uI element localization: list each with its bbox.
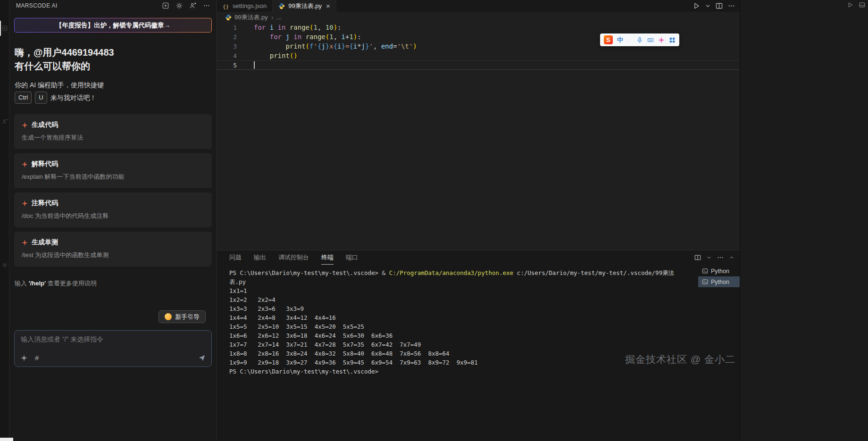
prompt-card[interactable]: 生成代码生成一个冒泡排序算法: [14, 114, 212, 149]
keyboard-icon[interactable]: [647, 37, 654, 43]
settings-icon[interactable]: [176, 2, 183, 9]
context-hash-button[interactable]: #: [35, 354, 39, 362]
greeting-line2: 有什么可以帮你的: [15, 59, 212, 73]
sparkle-icon: [22, 161, 28, 167]
breadcrumb-more[interactable]: ...: [276, 14, 282, 21]
onboarding-label: 新手引导: [175, 313, 200, 321]
maximize-panel-icon[interactable]: [729, 255, 734, 260]
greeting-line1: 嗨，@用户4469194483: [15, 46, 212, 59]
line-number: 4: [217, 52, 244, 59]
card-title: 生成代码: [22, 121, 204, 129]
active-view-indicator: [0, 21, 1, 36]
run-dropdown-icon[interactable]: [705, 3, 710, 8]
card-desc: /doc 为当前选中的代码生成注释: [22, 212, 204, 220]
sidebar-header-icons: [162, 2, 210, 9]
terminal-profile-dropdown-icon[interactable]: [707, 255, 711, 260]
send-button[interactable]: [199, 355, 205, 361]
split-editor-icon[interactable]: [716, 2, 723, 9]
code-text: for j in range(1, i+1):: [244, 33, 361, 41]
manage-icon[interactable]: [2, 262, 8, 268]
message-composer: #: [14, 330, 212, 367]
agent-sparkle-icon: [21, 355, 27, 361]
card-title-text: 解释代码: [32, 160, 58, 168]
share-account-icon[interactable]: [190, 2, 196, 9]
terminal-line: 1x5=5 2x5=10 3x5=15 4x5=20 5x5=25: [229, 322, 698, 331]
terminal-line: PS C:\Users\Dario\my-test\my-test\.vscod…: [229, 367, 698, 376]
prompt-card[interactable]: 解释代码/explain 解释一下当前选中函数的功能: [14, 153, 212, 188]
terminal-line: 1x8=8 2x8=16 3x8=24 4x8=32 5x8=40 6x8=48…: [229, 349, 698, 358]
ime-menu-grid-icon[interactable]: [669, 37, 676, 43]
card-desc: /explain 解释一下当前选中函数的功能: [22, 173, 204, 181]
ime-skin-icon[interactable]: [658, 37, 665, 43]
kbd-ctrl: Ctrl: [15, 92, 32, 104]
account-icon[interactable]: [2, 119, 8, 125]
more-icon[interactable]: [203, 2, 210, 9]
card-title-text: 生成单测: [32, 238, 58, 247]
panel-tab[interactable]: 调试控制台: [278, 250, 309, 265]
marscode-sidebar: MARSCODE AI 【年度报告】出炉，解锁专属代码徽章→ 嗨，@用户4469…: [9, 0, 217, 441]
activity-bar: [0, 0, 9, 441]
editor-tab[interactable]: 99乘法表.py×: [273, 0, 336, 12]
help-hint-prefix: 输入: [15, 280, 29, 287]
annual-report-banner[interactable]: 【年度报告】出炉，解锁专属代码徽章→: [14, 18, 212, 33]
panel-tab[interactable]: 输出: [254, 250, 266, 265]
ime-language-toggle[interactable]: 中: [617, 36, 623, 44]
explorer-icon[interactable]: [2, 25, 8, 31]
terminal-line: 1x6=6 2x6=12 3x6=18 4x6=24 5x6=30 6x6=36: [229, 331, 698, 340]
overlay-play-icon[interactable]: [847, 2, 853, 8]
mic-icon[interactable]: [636, 37, 643, 43]
panel-more-icon[interactable]: [717, 254, 724, 261]
ime-toolbar: S 中 、: [600, 33, 679, 46]
code-lines: 1for i in range(1, 10):2 for j in range(…: [217, 23, 740, 70]
editor-more-icon[interactable]: [728, 2, 735, 9]
panel-tab[interactable]: 端口: [346, 250, 358, 265]
sparkle-icon: [22, 200, 28, 207]
overlay-panel-icon[interactable]: [859, 2, 865, 8]
ime-punct-toggle[interactable]: 、: [627, 37, 632, 43]
python-file-icon: [225, 14, 231, 20]
code-line: 1for i in range(1, 10):: [217, 23, 740, 32]
prompt-card[interactable]: 注释代码/doc 为当前选中的代码生成注释: [14, 192, 212, 227]
breadcrumb[interactable]: 99乘法表.py › ...: [217, 12, 740, 23]
terminal-line: PS C:\Users\Dario\my-test\my-test\.vscod…: [229, 268, 698, 277]
terminal-list-label: Python: [711, 279, 729, 285]
code-text: for i in range(1, 10):: [244, 24, 342, 31]
editor-actions: [693, 0, 740, 12]
sparkle-icon: [22, 122, 28, 128]
editor-tab[interactable]: {}settings.json: [217, 0, 273, 12]
code-text: [244, 61, 255, 69]
terminal-output[interactable]: PS C:\Users\Dario\my-test\my-test\.vscod…: [217, 265, 698, 441]
json-icon: {}: [223, 3, 229, 9]
tab-label: 99乘法表.py: [288, 2, 322, 10]
breadcrumb-file[interactable]: 99乘法表.py: [234, 13, 268, 22]
kbd-u: U: [35, 92, 47, 104]
python-icon: [278, 3, 285, 9]
terminal-instance-list: PythonPython: [698, 265, 740, 441]
sogou-logo[interactable]: S: [604, 35, 613, 44]
line-number: 5: [217, 62, 244, 69]
sidebar-header: MARSCODE AI: [14, 0, 212, 11]
line-number: 2: [217, 33, 244, 41]
code-text: print(): [244, 52, 298, 59]
terminal-line: 1x4=4 2x4=8 3x4=12 4x4=16: [229, 313, 698, 322]
sidebar-title: MARSCODE AI: [16, 2, 58, 9]
terminal-list-item[interactable]: Python: [698, 266, 740, 276]
editor-group: {}settings.json99乘法表.py× 99乘法表.py › ... …: [217, 0, 740, 441]
onboarding-button[interactable]: 新手引导: [159, 310, 206, 323]
subtitle-text: 你的 AI 编程助手，使用快捷键: [15, 80, 212, 90]
subtitle-suffix: 来与我对话吧！: [50, 92, 97, 103]
greeting: 嗨，@用户4469194483 有什么可以帮你的: [14, 46, 212, 73]
run-python-button[interactable]: [693, 2, 700, 9]
terminal-list-item[interactable]: Python: [698, 276, 740, 287]
code-line: 4 print(): [217, 51, 740, 60]
close-icon[interactable]: ×: [326, 2, 330, 9]
prompt-card[interactable]: 生成单测/test 为这段选中的函数生成单测: [14, 232, 212, 266]
panel-tab[interactable]: 终端: [321, 250, 334, 265]
guide-row: 新手引导: [14, 310, 212, 323]
panel-tab[interactable]: 问题: [229, 250, 242, 265]
split-terminal-icon[interactable]: [694, 254, 701, 261]
panel-tabs: 问题输出调试控制台终端端口: [229, 250, 358, 265]
chat-input[interactable]: [21, 335, 205, 343]
new-chat-icon[interactable]: [162, 2, 169, 9]
code-editor[interactable]: 1for i in range(1, 10):2 for j in range(…: [217, 23, 740, 250]
